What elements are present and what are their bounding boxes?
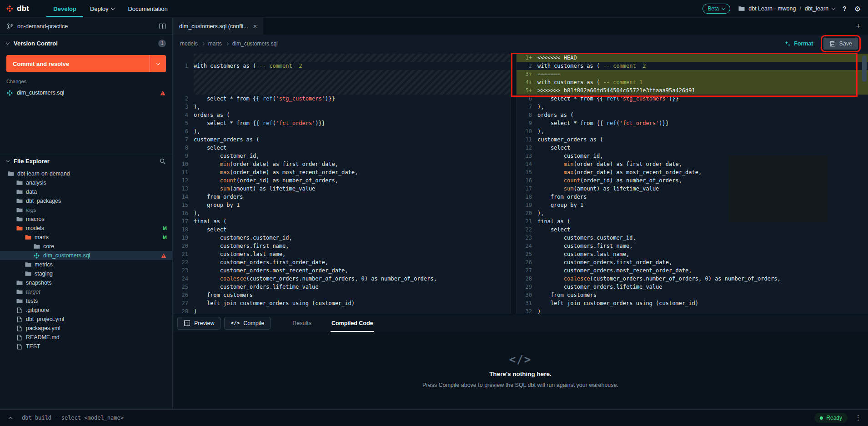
code-line[interactable]: 22 customer_orders.first_order_date, [173, 258, 510, 266]
tree-item-macros[interactable]: macros [0, 215, 172, 224]
tree-item-dbt_packages[interactable]: dbt_packages [0, 196, 172, 205]
code-line[interactable]: 30 from customers [517, 291, 868, 299]
docs-book-icon[interactable] [159, 23, 166, 29]
code-line[interactable]: 14 from orders [173, 193, 510, 201]
tab-compiled-code[interactable]: Compiled Code [331, 314, 374, 332]
commit-and-resolve-button[interactable]: Commit and resolve [6, 55, 150, 72]
code-line[interactable]: 5+>>>>>>> b81f802a66fd544504c65721e3ffaa… [517, 86, 868, 95]
code-line[interactable]: 4+with customers as ( -- comment 1 [517, 78, 868, 86]
preview-button[interactable]: Preview [177, 317, 221, 330]
code-line[interactable]: 13 sum(amount) as lifetime_value [173, 185, 510, 193]
code-line[interactable]: 28) [173, 307, 510, 314]
project-picker[interactable]: dbt Learn - mwong / dbt_learn [738, 5, 835, 12]
kebab-menu-icon[interactable]: ⋮ [853, 414, 863, 422]
format-button[interactable]: Format [784, 40, 813, 47]
nav-deploy[interactable]: Deploy [83, 0, 121, 17]
code-line[interactable]: 19 customers.customer_id, [173, 234, 510, 242]
code-line[interactable]: 22 select [517, 226, 868, 234]
tree-item-README.md[interactable]: README.md [0, 333, 172, 342]
code-line[interactable]: 12 count(order_id) as number_of_orders, [173, 176, 510, 185]
tree-item-marts[interactable]: martsM [0, 233, 172, 242]
nav-develop[interactable]: Develop [46, 0, 83, 17]
code-line[interactable]: 6), [173, 127, 510, 135]
tree-item-data[interactable]: data [0, 187, 172, 196]
search-icon[interactable] [159, 158, 166, 164]
tree-item-dim_customers.sql[interactable]: dim_customers.sql [0, 251, 172, 260]
command-input[interactable]: dbt build --select <model_name> [22, 415, 124, 421]
code-line[interactable]: 20 customers.first_name, [173, 242, 510, 250]
branch-selector[interactable]: on-demand-practice [0, 18, 172, 35]
breadcrumb-item[interactable]: dim_customers.sql [232, 40, 278, 47]
changed-file-dim_customers.sql[interactable]: dim_customers.sql [0, 86, 172, 99]
tree-item-core[interactable]: core [0, 242, 172, 251]
code-line[interactable]: 29 customer_orders.lifetime_value [517, 283, 868, 291]
code-line[interactable]: 16), [173, 209, 510, 217]
commit-options-button[interactable] [150, 55, 166, 72]
tree-item-logs[interactable]: logs [0, 205, 172, 215]
code-line[interactable]: 2 select * from {{ ref('stg_customers')}… [173, 95, 510, 103]
editor-tab[interactable]: dim_customers.sql (confli... × [173, 18, 264, 35]
breadcrumb-item[interactable]: models [180, 40, 198, 47]
gear-icon[interactable]: ⚙ [854, 5, 861, 13]
code-line[interactable]: 27 customer_orders.most_recent_order_dat… [517, 266, 868, 275]
code-line[interactable]: 8 select [173, 144, 510, 152]
code-line[interactable]: 23 customer_orders.most_recent_order_dat… [173, 266, 510, 275]
code-line[interactable]: 3+======= [517, 70, 868, 78]
code-line[interactable]: 1with customers as ( -- comment 2 [173, 62, 510, 70]
scrollbar-thumb[interactable] [862, 55, 867, 82]
tree-item-metrics[interactable]: metrics [0, 260, 172, 269]
code-line[interactable]: 21 customers.last_name, [173, 250, 510, 258]
code-line[interactable]: 28 coalesce(customer_orders.number_of_or… [517, 275, 868, 283]
code-line[interactable]: 10), [517, 127, 868, 135]
nav-documentation[interactable]: Documentation [121, 0, 174, 17]
tree-item-TEST[interactable]: TEST [0, 342, 172, 351]
tree-item-packages.yml[interactable]: packages.yml [0, 324, 172, 333]
code-line[interactable]: 4orders as ( [173, 111, 510, 119]
code-line[interactable]: 8orders as ( [517, 111, 868, 119]
code-line[interactable]: 23 customers.customer_id, [517, 234, 868, 242]
code-line[interactable]: 26 from customers [173, 291, 510, 299]
tree-item-dbt-learn-on-demand[interactable]: dbt-learn-on-demand [0, 169, 172, 178]
code-editor[interactable]: 1with customers as ( -- comment 22 selec… [173, 53, 868, 314]
code-line[interactable]: 3), [173, 103, 510, 111]
code-line[interactable]: 32) [517, 307, 868, 314]
help-icon[interactable]: ? [843, 5, 847, 12]
code-line[interactable]: 11customer_orders as ( [517, 135, 868, 144]
code-line[interactable]: 2with customers as ( -- comment 2 [517, 62, 868, 70]
code-line[interactable]: 1+<<<<<<< HEAD [517, 54, 868, 62]
editor-scrollbar[interactable] [861, 53, 868, 314]
code-line[interactable]: 5 select * from {{ ref('fct_orders')}} [173, 119, 510, 127]
version-control-header[interactable]: Version Control 1 [0, 35, 172, 51]
code-line[interactable]: 17final as ( [173, 217, 510, 226]
tree-item-.gitignore[interactable]: .gitignore [0, 306, 172, 315]
code-line[interactable]: 12 select [517, 144, 868, 152]
code-line[interactable]: 9 select * from {{ ref('fct_orders')}} [517, 119, 868, 127]
tree-item-staging[interactable]: staging [0, 269, 172, 278]
code-line[interactable]: 24 customers.first_name, [517, 242, 868, 250]
tree-item-snapshots[interactable]: snapshots [0, 278, 172, 287]
code-line[interactable]: 26 customer_orders.first_order_date, [517, 258, 868, 266]
code-line[interactable]: 24 coalesce(customer_orders.number_of_or… [173, 275, 510, 283]
code-line[interactable]: 18 select [173, 226, 510, 234]
breadcrumb-item[interactable]: marts [208, 40, 222, 47]
code-line[interactable]: 10 min(order_date) as first_order_date, [173, 160, 510, 168]
code-line[interactable]: 7customer_orders as ( [173, 135, 510, 144]
code-line[interactable]: 27 left join customer_orders using (cust… [173, 299, 510, 307]
code-line[interactable]: 9 customer_id, [173, 152, 510, 160]
code-line[interactable]: 31 left join customer_orders using (cust… [517, 299, 868, 307]
tree-item-dbt_project.yml[interactable]: dbt_project.yml [0, 315, 172, 324]
code-line[interactable]: 6 select * from {{ ref('stg_customers')}… [517, 95, 868, 103]
tree-item-target[interactable]: target [0, 287, 172, 296]
code-line[interactable]: 11 max(order_date) as most_recent_order_… [173, 168, 510, 176]
code-line[interactable]: 25 customers.last_name, [517, 250, 868, 258]
tree-item-models[interactable]: modelsM [0, 224, 172, 233]
pane-divider[interactable] [510, 53, 517, 314]
close-icon[interactable]: × [253, 23, 257, 30]
diff-pane-current[interactable]: 1with customers as ( -- comment 22 selec… [173, 53, 510, 314]
code-line[interactable]: 15 group by 1 [173, 201, 510, 209]
expand-panel-button[interactable] [5, 412, 16, 424]
file-explorer-header[interactable]: File Explorer [0, 153, 172, 169]
new-tab-button[interactable]: + [856, 22, 861, 30]
code-line[interactable]: 7), [517, 103, 868, 111]
compile-button[interactable]: </> Compile [224, 317, 271, 330]
